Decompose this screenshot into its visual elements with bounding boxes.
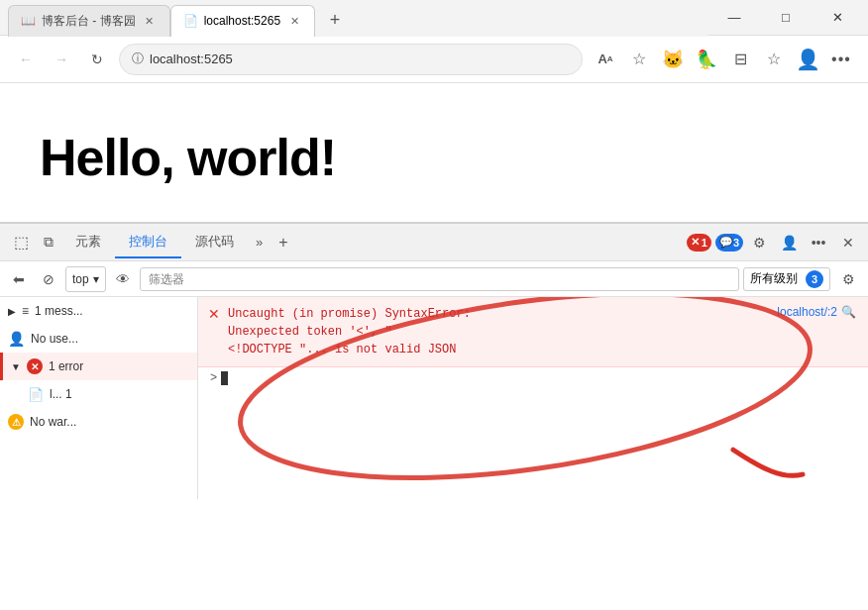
page-heading: Hello, world! (40, 128, 336, 187)
new-tab-icon: + (330, 10, 341, 31)
devtools-tab-elements[interactable]: 元素 (61, 227, 115, 258)
url-text: localhost:5265 (150, 51, 570, 66)
console-toolbar: ⬅ ⊘ top ▾ 👁 所有级别 3 ⚙ (0, 261, 868, 297)
refresh-button[interactable]: ↻ (83, 46, 111, 73)
lock-icon: ⓘ (132, 51, 144, 67)
console-back-icon: ⬅ (13, 271, 25, 287)
cursor-blink (221, 371, 228, 385)
devtools-user-icon[interactable]: 👤 (775, 229, 803, 256)
error-source-link[interactable]: localhost/:2 (777, 305, 837, 319)
copilot-icon[interactable]: 🦜 (692, 45, 721, 74)
level-selector[interactable]: 所有级别 3 (743, 267, 830, 291)
url-bar[interactable]: ⓘ localhost:5265 (119, 44, 583, 75)
search-icon[interactable]: 🔍 (841, 305, 856, 319)
back-button[interactable]: ← (12, 46, 40, 73)
forward-button[interactable]: → (48, 46, 75, 73)
console-clear-button[interactable]: ⊘ (36, 266, 61, 292)
console-clear-icon: ⊘ (43, 271, 54, 287)
window-controls: — □ ✕ (711, 3, 860, 33)
devtools-body: ▶ ≡ 1 mess... 👤 No use... ▼ ✕ 1 error 📄 … (0, 297, 868, 499)
devtools-tab-source[interactable]: 源代码 (181, 227, 248, 258)
collections-icon[interactable]: 🐱 (658, 45, 688, 74)
address-bar: ← → ↻ ⓘ localhost:5265 AA ☆ 🐱 🦜 ⊟ ☆ 👤 ••… (0, 36, 868, 83)
messages-arrow-icon: ▶ (8, 306, 16, 317)
inspect-cursor-icon: ⬚ (14, 233, 29, 252)
message-icon: 💬 (719, 236, 733, 249)
more-tools-icon[interactable]: ••• (826, 45, 856, 74)
errors-badge: ✕ (27, 358, 43, 374)
user-label: No use... (31, 332, 189, 346)
devtools-inspect-icon[interactable]: ⬚ (6, 228, 36, 257)
warnings-label: No war... (30, 415, 189, 429)
error-badge: ✕ 1 (687, 234, 711, 252)
tab2-title: localhost:5265 (204, 14, 280, 28)
sidebar-item-warnings[interactable]: ⚠ No war... (0, 408, 197, 436)
devtools-tab-console[interactable]: 控制台 (115, 227, 181, 258)
copy-icon: ⧉ (44, 234, 54, 251)
sidebar-item-log[interactable]: 📄 l... 1 (0, 380, 197, 408)
tab1-favicon: 📖 (21, 14, 36, 28)
warnings-badge: ⚠ (8, 414, 24, 430)
tab-localhost[interactable]: 📄 localhost:5265 ✕ (170, 5, 315, 37)
devtools-sidebar: ▶ ≡ 1 mess... 👤 No use... ▼ ✕ 1 error 📄 … (0, 297, 198, 499)
sidebar-item-user[interactable]: 👤 No use... (0, 325, 197, 353)
maximize-button[interactable]: □ (763, 3, 809, 33)
page-content: Hello, world! (0, 83, 868, 222)
error-badge-icon: ✕ (691, 236, 700, 249)
eye-icon: 👁 (116, 271, 130, 287)
context-dropdown-icon: ▾ (93, 272, 99, 286)
devtools-more-tabs[interactable]: » (248, 229, 271, 255)
profile-icon[interactable]: 👤 (793, 45, 822, 74)
forward-icon: → (54, 51, 68, 67)
prompt-arrow: > (210, 371, 217, 385)
add-favorites-icon[interactable]: ☆ (759, 45, 789, 74)
level-label: 所有级别 (750, 270, 798, 287)
translate-icon[interactable]: AA (591, 45, 620, 74)
log-icon: 📄 (28, 387, 44, 402)
minimize-icon: — (728, 10, 741, 25)
level-badge: 3 (806, 270, 823, 288)
log-label: l... 1 (50, 387, 189, 401)
filter-input[interactable] (140, 267, 739, 291)
close-icon: ✕ (832, 10, 843, 25)
console-eye-button[interactable]: 👁 (110, 266, 136, 292)
errors-label: 1 error (49, 359, 189, 373)
new-tab-button[interactable]: + (319, 5, 351, 37)
devtools-panel: ⬚ ⧉ 元素 控制台 源代码 » + ✕ 1 💬 (0, 222, 868, 499)
devtools-close-button[interactable]: ✕ (834, 229, 862, 256)
devtools-overflow-icon[interactable]: ••• (805, 229, 832, 256)
console-back-button[interactable]: ⬅ (6, 266, 32, 292)
devtools-toolbar-icons: ✕ 1 💬 3 ⚙ 👤 ••• ✕ (685, 229, 862, 256)
devtools-settings-icon[interactable]: ⚙ (745, 229, 773, 256)
tab1-close[interactable]: ✕ (142, 13, 158, 29)
console-cursor-row: > (198, 367, 868, 389)
close-button[interactable]: ✕ (814, 3, 860, 33)
errors-expand-icon: ▼ (11, 361, 21, 372)
maximize-icon: □ (782, 10, 790, 25)
context-label: top (72, 272, 89, 286)
console-settings-icon[interactable]: ⚙ (834, 265, 862, 293)
toolbar-icons: AA ☆ 🐱 🦜 ⊟ ☆ 👤 ••• (591, 45, 856, 74)
console-error-row: ✕ Uncaught (in promise) SyntaxError: Une… (198, 297, 868, 367)
refresh-icon: ↻ (91, 51, 103, 67)
tab2-close[interactable]: ✕ (286, 13, 302, 29)
error-row-text: Uncaught (in promise) SyntaxError: Unexp… (228, 305, 769, 358)
sidebar-item-errors[interactable]: ▼ ✕ 1 error (0, 353, 197, 380)
favorites-icon[interactable]: ☆ (624, 45, 654, 74)
context-selector[interactable]: top ▾ (65, 266, 106, 292)
message-badge: 💬 3 (715, 234, 743, 252)
messages-list-icon: ≡ (22, 304, 29, 318)
devtools-copy-icon[interactable]: ⧉ (36, 230, 61, 255)
console-main: ✕ Uncaught (in promise) SyntaxError: Une… (198, 297, 868, 499)
user-icon: 👤 (8, 331, 25, 347)
devtools-tab-bar: ⬚ ⧉ 元素 控制台 源代码 » + ✕ 1 💬 (0, 224, 868, 261)
devtools-add-tab[interactable]: + (271, 228, 295, 257)
back-icon: ← (19, 51, 33, 67)
tab1-title: 博客后台 - 博客园 (42, 13, 136, 30)
split-view-icon[interactable]: ⊟ (725, 45, 755, 74)
messages-label: 1 mess... (35, 304, 189, 318)
tab-blogging[interactable]: 📖 博客后台 - 博客园 ✕ (8, 5, 170, 37)
tab2-favicon: 📄 (183, 14, 198, 28)
minimize-button[interactable]: — (711, 3, 757, 33)
sidebar-item-messages[interactable]: ▶ ≡ 1 mess... (0, 297, 197, 325)
